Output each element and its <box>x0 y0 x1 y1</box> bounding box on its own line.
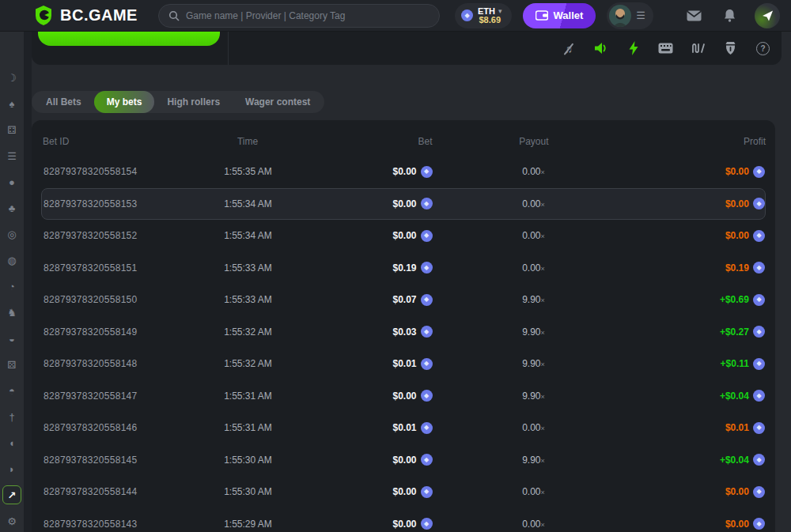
bet-row[interactable]: 82879378320558154 1:55:35 AM $0.00 0.00×… <box>41 156 766 188</box>
profit-amount: +$0.11 <box>721 358 749 369</box>
bet-amount: $0.00 <box>393 391 417 402</box>
sword-icon: † <box>9 412 14 422</box>
eth-coin-icon <box>421 358 433 370</box>
bell-icon[interactable] <box>724 9 736 22</box>
search-input[interactable] <box>186 10 430 21</box>
bet-button[interactable] <box>38 32 220 46</box>
eth-coin-icon <box>421 294 433 306</box>
game-panel: ♫ <box>32 32 782 65</box>
sidebar-item-cards[interactable]: ♠ <box>2 94 21 113</box>
sidebar-item-crab[interactable]: ♞ <box>2 303 21 322</box>
sidebar-item-crash[interactable]: ↗ <box>2 485 21 504</box>
multiplier-suffix: × <box>541 424 545 432</box>
eth-coin-icon <box>753 166 765 178</box>
sidebar-item-ball[interactable]: ◒ <box>2 329 21 348</box>
multiplier-suffix: × <box>541 168 545 176</box>
bet-time: 1:55:32 AM <box>187 326 309 338</box>
wallet-button[interactable]: Wallet <box>523 3 596 28</box>
bet-amount: $0.00 <box>393 486 417 497</box>
ufo-icon: ◖ <box>9 438 15 448</box>
tab-my-bets[interactable]: My bets <box>94 91 155 113</box>
comet-icon: ☽ <box>7 73 17 83</box>
bet-amount: $0.00 <box>393 230 417 241</box>
eth-coin-icon <box>421 230 433 242</box>
multiplier-suffix: × <box>541 201 545 209</box>
bets-tabs: All BetsMy betsHigh rollersWager contest <box>32 91 324 113</box>
bet-row[interactable]: 82879378320558146 1:55:31 AM $0.01 0.00×… <box>41 412 766 444</box>
bet-row[interactable]: 82879378320558148 1:55:32 AM $0.01 9.90×… <box>41 348 766 380</box>
bet-row[interactable]: 82879378320558152 1:55:34 AM $0.00 0.00×… <box>41 220 766 252</box>
help-icon[interactable]: ? <box>755 41 770 56</box>
bet-id: 82879378320558152 <box>42 230 187 241</box>
multiplier-suffix: × <box>541 521 545 529</box>
payout-multiplier: 0.00 <box>522 422 540 433</box>
bet-time: 1:55:33 AM <box>187 294 309 305</box>
eth-coin-icon <box>753 390 765 402</box>
eth-coin-icon <box>753 358 765 370</box>
mail-icon[interactable] <box>687 10 702 21</box>
bet-id: 82879378320558154 <box>42 166 187 177</box>
tab-all-bets[interactable]: All Bets <box>33 91 94 113</box>
eth-coin-icon <box>753 198 765 209</box>
tab-wager-contest[interactable]: Wager contest <box>233 91 323 113</box>
multiplier-suffix: × <box>541 296 545 304</box>
games-sidebar: ☽♠⚃☰●♣◎◍◔♞◒⚄◓†◖◗↗⚙ <box>0 32 24 532</box>
bet-row[interactable]: 82879378320558151 1:55:33 AM $0.19 0.00×… <box>41 252 766 285</box>
col-time: Time <box>186 136 309 147</box>
profit-amount: +$0.04 <box>720 455 749 466</box>
sidebar-item-claw[interactable]: ♣ <box>2 198 21 217</box>
trends-icon[interactable] <box>691 41 706 56</box>
bet-row[interactable]: 82879378320558143 1:55:29 AM $0.00 0.00×… <box>41 508 766 532</box>
bet-row[interactable]: 82879378320558149 1:55:32 AM $0.03 9.90×… <box>41 316 766 349</box>
sidebar-item-egg[interactable]: ◍ <box>2 251 21 270</box>
eth-coin-icon <box>753 230 765 242</box>
bet-amount: $0.19 <box>393 262 417 274</box>
wheel-icon: ◎ <box>7 229 16 240</box>
sidebar-item-shell[interactable]: ◗ <box>2 459 21 478</box>
sidebar-item-wheel[interactable]: ◎ <box>2 224 21 243</box>
bet-amount: $0.01 <box>393 422 417 433</box>
col-bet-id: Bet ID <box>41 136 186 147</box>
turbo-bet-icon[interactable] <box>626 41 641 56</box>
bet-amount: $0.00 <box>393 166 417 177</box>
hotkeys-icon[interactable] <box>658 41 673 56</box>
profile-menu[interactable]: ☰ <box>607 2 653 29</box>
sidebar-item-dice[interactable]: ⚃ <box>2 120 21 139</box>
sidebar-item-plinko[interactable]: ☰ <box>2 146 21 165</box>
bet-row[interactable]: 82879378320558150 1:55:33 AM $0.07 9.90×… <box>41 284 766 316</box>
main-content: ♫ <box>32 32 791 532</box>
multiplier-suffix: × <box>541 457 545 465</box>
bet-row[interactable]: 82879378320558153 1:55:34 AM $0.00 0.00×… <box>41 188 766 221</box>
bet-row[interactable]: 82879378320558147 1:55:31 AM $0.00 9.90×… <box>41 380 766 413</box>
mango-icon: ● <box>9 177 15 187</box>
fairness-icon[interactable] <box>723 41 738 56</box>
eth-coin-icon <box>421 166 433 178</box>
tab-high-rollers[interactable]: High rollers <box>154 91 233 113</box>
bet-row[interactable]: 82879378320558145 1:55:30 AM $0.00 9.90×… <box>41 444 766 477</box>
sidebar-item-sword[interactable]: † <box>2 407 21 426</box>
bet-row[interactable]: 82879378320558144 1:55:30 AM $0.00 0.00×… <box>41 476 766 508</box>
sidebar-item-keno[interactable]: ◓ <box>2 381 21 400</box>
eth-coin-icon <box>753 262 765 274</box>
profit-amount: $0.19 <box>725 262 749 274</box>
bet-id: 82879378320558149 <box>42 326 187 338</box>
support-chat-icon[interactable] <box>755 3 780 28</box>
sidebar-item-ufo[interactable]: ◖ <box>2 433 21 452</box>
sound-on-icon[interactable] <box>593 41 608 56</box>
bet-time: 1:55:32 AM <box>187 358 309 369</box>
profit-amount: $0.00 <box>725 519 749 530</box>
currency-code: ETH <box>478 7 495 16</box>
music-muted-icon[interactable]: ♫ <box>561 41 576 56</box>
bet-amount: $0.03 <box>393 326 417 338</box>
bet-amount: $0.07 <box>393 294 417 305</box>
sidebar-item-coinflip[interactable]: ◔ <box>2 277 21 296</box>
sidebar-item-mango[interactable]: ● <box>2 172 21 191</box>
currency-selector[interactable]: ETH ▾ $8.69 <box>455 3 512 28</box>
sidebar-item-comet[interactable]: ☽ <box>2 68 21 87</box>
sidebar-item-slots[interactable]: ⚙ <box>2 511 21 530</box>
sidebar-item-baccarat[interactable]: ⚄ <box>2 355 21 374</box>
eth-coin-icon <box>461 9 473 21</box>
col-payout: Payout <box>433 136 635 147</box>
search-bar[interactable] <box>158 4 440 28</box>
logo[interactable]: BC.GAME <box>33 5 138 26</box>
